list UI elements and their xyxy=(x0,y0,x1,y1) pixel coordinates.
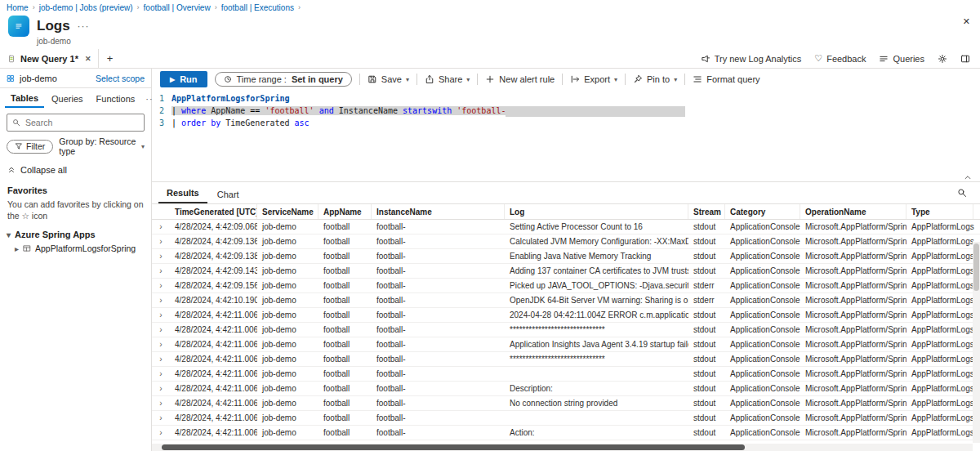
share-icon xyxy=(425,74,434,84)
tab-functions[interactable]: Functions xyxy=(91,92,141,107)
cell-category: ApplicationConsole xyxy=(725,340,800,349)
group-by-selector[interactable]: Group by: Resource type ▾ xyxy=(59,136,145,156)
run-button[interactable]: ▶ Run xyxy=(160,71,207,87)
queries-button[interactable]: Queries xyxy=(879,54,924,64)
tab-close-icon[interactable]: ✕ xyxy=(85,55,91,63)
tree-group-azure-spring-apps[interactable]: ▾ Azure Spring Apps xyxy=(0,223,151,242)
table-row[interactable]: › 4/28/2024, 4:42:11.006 AM job-demo foo… xyxy=(152,411,980,426)
row-expand-icon[interactable]: › xyxy=(152,355,170,364)
row-expand-icon[interactable]: › xyxy=(152,222,170,231)
cell-appname: football xyxy=(318,296,372,305)
column-header-category[interactable]: Category xyxy=(725,204,800,219)
select-scope-link[interactable]: Select scope xyxy=(96,74,145,83)
query-editor[interactable]: 1 AppPlatformLogsforSpring 2 | where App… xyxy=(152,90,980,181)
row-expand-icon[interactable]: › xyxy=(152,296,170,305)
row-expand-icon[interactable]: › xyxy=(152,428,170,437)
try-new-log-analytics-button[interactable]: Try new Log Analytics xyxy=(701,54,802,64)
breadcrumb-link[interactable]: football | Executions xyxy=(221,3,294,12)
pin-to-button[interactable]: Pin to ▾ xyxy=(633,74,677,84)
vertical-scrollbar-thumb[interactable] xyxy=(973,243,979,291)
row-expand-icon[interactable]: › xyxy=(152,399,170,408)
list-icon xyxy=(879,54,889,64)
save-button[interactable]: Save ▾ xyxy=(368,74,409,84)
new-tab-button[interactable]: + xyxy=(99,49,120,68)
column-header-instancename[interactable]: InstanceName xyxy=(372,204,505,219)
column-header-timegenerated[interactable]: TimeGenerated [UTC] xyxy=(170,204,257,219)
table-row[interactable]: › 4/28/2024, 4:42:11.006 AM job-demo foo… xyxy=(152,426,980,440)
cell-category: ApplicationConsole xyxy=(725,237,800,246)
settings-button[interactable] xyxy=(938,54,947,64)
side-panel-button[interactable] xyxy=(960,54,970,64)
tab-results[interactable]: Results xyxy=(158,185,207,203)
cell-stream: stdout xyxy=(688,384,725,393)
horizontal-scrollbar-thumb[interactable] xyxy=(162,444,745,450)
tab-chart[interactable]: Chart xyxy=(209,187,247,203)
export-button[interactable]: Export ▾ xyxy=(570,74,617,84)
row-expand-icon[interactable]: › xyxy=(152,413,170,422)
column-header-servicename[interactable]: ServiceName xyxy=(257,204,318,219)
query-tab[interactable]: New Query 1* ✕ xyxy=(0,49,99,68)
run-icon: ▶ xyxy=(170,76,175,83)
column-header-operationname[interactable]: OperationName xyxy=(800,204,906,219)
search-input[interactable] xyxy=(25,118,139,127)
header-expander-cell xyxy=(152,204,170,219)
row-expand-icon[interactable]: › xyxy=(152,369,170,378)
table-row[interactable]: › 4/28/2024, 4:42:11.006 AM job-demo foo… xyxy=(152,367,980,382)
cell-operationname: Microsoft.AppPlatform/Spring/logs xyxy=(800,413,906,422)
breadcrumb-separator: › xyxy=(33,3,35,11)
row-expand-icon[interactable]: › xyxy=(152,325,170,334)
cell-operationname: Microsoft.AppPlatform/Spring/logs xyxy=(800,428,906,437)
row-expand-icon[interactable]: › xyxy=(152,310,170,319)
horizontal-scrollbar[interactable] xyxy=(152,444,973,451)
row-expand-icon[interactable]: › xyxy=(152,237,170,246)
feedback-button[interactable]: ♡ Feedback xyxy=(814,53,866,64)
results-search-button[interactable] xyxy=(951,188,973,203)
column-header-log[interactable]: Log xyxy=(505,204,688,219)
row-expand-icon[interactable]: › xyxy=(152,252,170,261)
tree-item-appplatformlogsforspring[interactable]: ▸ AppPlatformLogsforSpring xyxy=(0,242,151,255)
new-alert-rule-button[interactable]: New alert rule xyxy=(485,74,555,84)
breadcrumb-link[interactable]: Home xyxy=(7,3,29,12)
vertical-scrollbar[interactable] xyxy=(973,242,980,443)
cell-servicename: job-demo xyxy=(257,399,318,408)
table-row[interactable]: › 4/28/2024, 4:42:09.136 AM job-demo foo… xyxy=(152,234,980,249)
table-row[interactable]: › 4/28/2024, 4:42:10.190 AM job-demo foo… xyxy=(152,293,980,308)
table-row[interactable]: › 4/28/2024, 4:42:09.143 AM job-demo foo… xyxy=(152,264,980,279)
close-icon[interactable]: ✕ xyxy=(963,16,970,27)
selection-padding xyxy=(506,106,685,117)
table-row[interactable]: › 4/28/2024, 4:42:11.006 AM job-demo foo… xyxy=(152,352,980,367)
tab-tables[interactable]: Tables xyxy=(5,91,44,108)
tab-queries[interactable]: Queries xyxy=(46,92,89,107)
row-expand-icon[interactable]: › xyxy=(152,281,170,290)
format-query-button[interactable]: Format query xyxy=(693,74,760,84)
collapse-all-button[interactable]: Collapse all xyxy=(0,158,151,178)
share-button[interactable]: Share ▾ xyxy=(425,74,470,84)
export-label: Export xyxy=(584,74,610,84)
column-header-type[interactable]: Type xyxy=(906,204,973,219)
page-subtitle: job-demo xyxy=(37,37,972,46)
table-row[interactable]: › 4/28/2024, 4:42:11.006 AM job-demo foo… xyxy=(152,308,980,323)
table-row[interactable]: › 4/28/2024, 4:42:11.006 AM job-demo foo… xyxy=(152,323,980,337)
table-row[interactable]: › 4/28/2024, 4:42:09.156 AM job-demo foo… xyxy=(152,279,980,293)
table-row[interactable]: › 4/28/2024, 4:42:11.006 AM job-demo foo… xyxy=(152,382,980,396)
table-row[interactable]: › 4/28/2024, 4:42:09.068 AM job-demo foo… xyxy=(152,220,980,234)
cell-stream: stdout xyxy=(688,369,725,378)
time-range-picker[interactable]: Time range : Set in query xyxy=(215,72,352,87)
column-header-stream[interactable]: Stream xyxy=(688,204,725,219)
cell-instancename: football- xyxy=(372,325,505,334)
breadcrumb-link[interactable]: football | Overview xyxy=(144,3,211,12)
table-row[interactable]: › 4/28/2024, 4:42:11.006 AM job-demo foo… xyxy=(152,396,980,411)
table-row[interactable]: › 4/28/2024, 4:42:11.006 AM job-demo foo… xyxy=(152,337,980,352)
row-expand-icon[interactable]: › xyxy=(152,340,170,349)
filter-button[interactable]: Filter xyxy=(7,140,53,154)
more-options-icon[interactable]: ··· xyxy=(78,20,90,32)
table-row[interactable]: › 4/28/2024, 4:42:09.138 AM job-demo foo… xyxy=(152,249,980,264)
row-expand-icon[interactable]: › xyxy=(152,384,170,393)
breadcrumb-link[interactable]: job-demo | Jobs (preview) xyxy=(39,3,133,12)
cell-instancename: football- xyxy=(372,252,505,261)
try-new-label: Try new Log Analytics xyxy=(715,54,802,64)
cell-operationname: Microsoft.AppPlatform/Spring/logs xyxy=(800,399,906,408)
sidebar-search[interactable] xyxy=(7,114,145,132)
column-header-appname[interactable]: AppName xyxy=(318,204,372,219)
row-expand-icon[interactable]: › xyxy=(152,266,170,275)
